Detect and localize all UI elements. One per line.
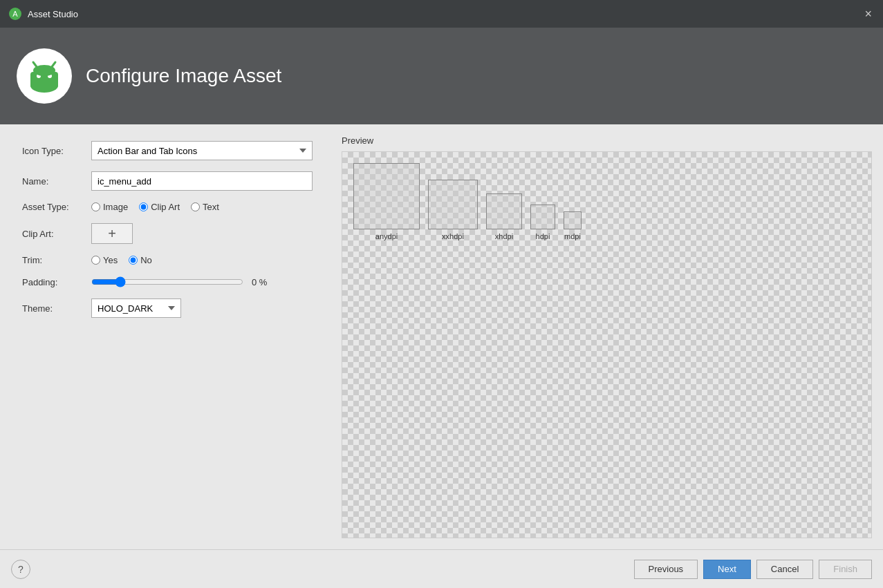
preview-icon-label-hdpi: hdpi <box>536 232 550 240</box>
title-bar-title: Asset Studio <box>28 9 78 19</box>
preview-icon-xhdpi: xhdpi <box>486 193 522 240</box>
preview-icon-xxhdpi: xxhdpi <box>428 180 478 240</box>
name-label: Name: <box>22 176 91 187</box>
footer-left: ? <box>11 560 30 579</box>
preview-icons: anydpi xxhdpi xhdpi hdpi <box>342 152 871 252</box>
footer: ? Previous Next Cancel Finish <box>0 549 883 588</box>
asset-type-clipart-radio[interactable] <box>139 202 148 211</box>
name-control <box>91 171 313 191</box>
clip-art-control: + <box>91 223 308 244</box>
preview-icon-label-anydpi: anydpi <box>375 232 398 240</box>
asset-type-label: Asset Type: <box>22 202 91 212</box>
theme-label: Theme: <box>22 303 91 314</box>
preview-icon-hdpi: hdpi <box>530 205 555 240</box>
svg-rect-9 <box>30 77 33 87</box>
asset-type-clipart-label: Clip Art <box>151 202 180 212</box>
preview-icon-label-xxhdpi: xxhdpi <box>442 232 464 240</box>
right-panel: Preview anydpi xxhdpi xhdpi <box>331 124 883 549</box>
padding-value: 0 % <box>252 277 267 287</box>
theme-control: HOLO_DARK HOLO_LIGHT CUSTOM <box>91 298 308 318</box>
clip-art-label: Clip Art: <box>22 229 91 239</box>
preview-icon-box-anydpi <box>353 163 420 229</box>
header-title: Configure Image Asset <box>86 65 281 87</box>
preview-icon-mdpi: mdpi <box>564 211 582 240</box>
app-icon: A <box>8 7 22 21</box>
close-button[interactable]: × <box>862 6 875 21</box>
asset-type-text-label: Text <box>203 202 219 212</box>
asset-type-clipart[interactable]: Clip Art <box>139 202 180 212</box>
icon-type-label: Icon Type: <box>22 146 91 156</box>
icon-type-control: Action Bar and Tab Icons Launcher Icons … <box>91 141 313 160</box>
preview-icon-box-xhdpi <box>486 193 522 229</box>
trim-no-radio[interactable] <box>129 256 138 265</box>
trim-no-label: No <box>140 255 152 265</box>
preview-icon-box-xxhdpi <box>428 180 478 229</box>
asset-type-text-radio[interactable] <box>191 202 200 211</box>
svg-text:A: A <box>12 10 18 18</box>
icon-type-select[interactable]: Action Bar and Tab Icons Launcher Icons … <box>91 141 313 160</box>
svg-point-8 <box>33 65 55 76</box>
clip-art-row: Clip Art: + <box>22 223 308 244</box>
theme-row: Theme: HOLO_DARK HOLO_LIGHT CUSTOM <box>22 298 308 318</box>
next-button[interactable]: Next <box>703 560 751 579</box>
name-input[interactable] <box>91 171 313 191</box>
padding-label: Padding: <box>22 277 91 287</box>
trim-yes-label: Yes <box>103 255 118 265</box>
header-icon-circle <box>17 48 72 104</box>
asset-type-row: Asset Type: Image Clip Art Text <box>22 202 308 212</box>
trim-yes-radio[interactable] <box>91 256 100 265</box>
left-panel: Icon Type: Action Bar and Tab Icons Laun… <box>0 124 331 549</box>
padding-row: Padding: 0 % <box>22 276 308 287</box>
asset-type-image-label: Image <box>103 202 128 212</box>
icon-type-row: Icon Type: Action Bar and Tab Icons Laun… <box>22 141 308 160</box>
clip-art-plus-icon: + <box>108 226 116 242</box>
asset-type-image[interactable]: Image <box>91 202 128 212</box>
preview-icon-label-xhdpi: xhdpi <box>495 232 513 240</box>
preview-label: Preview <box>342 135 872 146</box>
svg-rect-10 <box>55 77 58 87</box>
trim-label: Trim: <box>22 255 91 265</box>
cancel-button[interactable]: Cancel <box>756 560 813 579</box>
header: Configure Image Asset <box>0 28 883 124</box>
title-bar: A Asset Studio × <box>0 0 883 28</box>
trim-no[interactable]: No <box>129 255 152 265</box>
padding-slider[interactable] <box>91 276 243 287</box>
theme-select[interactable]: HOLO_DARK HOLO_LIGHT CUSTOM <box>91 298 181 318</box>
preview-icon-box-mdpi <box>564 211 582 229</box>
title-bar-left: A Asset Studio <box>8 7 78 21</box>
preview-icon-label-mdpi: mdpi <box>564 232 581 240</box>
asset-type-image-radio[interactable] <box>91 202 100 211</box>
previous-button[interactable]: Previous <box>634 560 698 579</box>
trim-row: Trim: Yes No <box>22 255 308 265</box>
asset-type-text[interactable]: Text <box>191 202 219 212</box>
padding-control: 0 % <box>91 276 308 287</box>
android-icon <box>25 57 64 95</box>
preview-area: anydpi xxhdpi xhdpi hdpi <box>342 151 872 538</box>
trim-control: Yes No <box>91 255 308 265</box>
footer-right: Previous Next Cancel Finish <box>634 560 872 579</box>
main-content: Icon Type: Action Bar and Tab Icons Laun… <box>0 124 883 549</box>
preview-icon-box-hdpi <box>530 205 555 229</box>
asset-type-control: Image Clip Art Text <box>91 202 308 212</box>
preview-icon-anydpi: anydpi <box>353 163 420 240</box>
trim-yes[interactable]: Yes <box>91 255 118 265</box>
finish-button[interactable]: Finish <box>819 560 872 579</box>
clip-art-button[interactable]: + <box>91 223 133 244</box>
name-row: Name: <box>22 171 308 191</box>
help-button[interactable]: ? <box>11 560 30 579</box>
